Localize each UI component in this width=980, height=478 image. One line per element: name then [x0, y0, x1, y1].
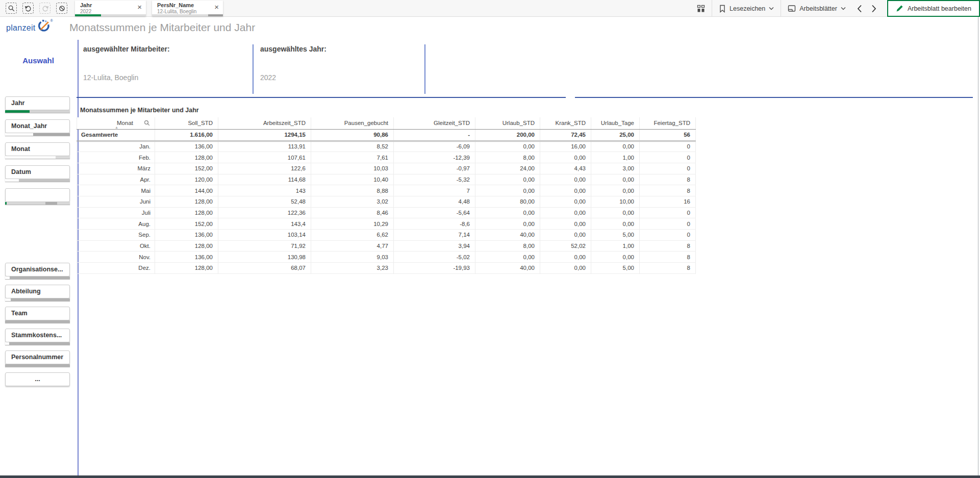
- selection-field-name: PersNr_Name: [157, 2, 209, 9]
- column-header-pausen_gebucht[interactable]: Pausen_gebucht: [311, 117, 394, 129]
- month-cell[interactable]: Mai: [77, 185, 155, 196]
- value-cell: 114,68: [218, 174, 311, 185]
- selection-chip[interactable]: Jahr 2022 ×: [75, 1, 146, 16]
- clear-all-selections-icon[interactable]: [56, 3, 67, 14]
- column-search-icon[interactable]: [144, 120, 150, 126]
- value-cell: 120,00: [155, 174, 218, 185]
- filter-label: Team: [11, 310, 28, 317]
- table-row: Dez.128,0068,073,23-19,9340,000,005,008: [77, 263, 696, 274]
- kpi-value: 12-Lulita, Boeglin: [83, 73, 170, 82]
- planzeit-logo[interactable]: planzeit ®: [6, 21, 53, 35]
- filter-label: Jahr: [11, 99, 24, 107]
- month-cell[interactable]: Dez.: [77, 263, 155, 274]
- value-cell: 128,00: [155, 263, 218, 274]
- column-header-arbeitszeit_std[interactable]: Arbeitszeit_STD: [218, 117, 311, 129]
- month-cell[interactable]: Okt.: [77, 240, 155, 251]
- value-cell: 4,43: [540, 163, 591, 174]
- value-cell: 7,61: [311, 152, 394, 163]
- next-sheet-button[interactable]: [867, 0, 881, 17]
- value-cell: 0,00: [540, 251, 591, 263]
- filter-listbox[interactable]: Monat: [0, 142, 75, 159]
- value-cell: 0: [640, 141, 696, 152]
- month-cell[interactable]: Juli: [77, 207, 155, 218]
- month-cell[interactable]: Juni: [77, 196, 155, 207]
- filter-label: Monat_Jahr: [11, 122, 47, 130]
- value-cell: 8,46: [311, 207, 394, 218]
- value-cell: 52,48: [218, 196, 311, 207]
- kpi-separator: [253, 44, 254, 94]
- month-cell[interactable]: Sep.: [77, 230, 155, 241]
- month-cell[interactable]: Apr.: [77, 174, 155, 185]
- app-objects-grid-button[interactable]: [690, 0, 712, 17]
- filter-state-bar: [5, 202, 70, 205]
- planzeit-logo-text: planzeit: [6, 21, 36, 35]
- month-cell[interactable]: Aug.: [77, 218, 155, 230]
- planzeit-logo-icon: [37, 19, 51, 33]
- value-cell: 0,00: [540, 218, 591, 230]
- search-selections-icon[interactable]: [6, 3, 17, 14]
- table-row: Juni128,0052,483,024,4880,000,0010,0016: [77, 196, 696, 207]
- value-cell: 0,00: [475, 251, 540, 263]
- selection-chip[interactable]: PersNr_Name 12-Lulita, Boeglin ×: [152, 1, 223, 16]
- value-cell: 8,88: [311, 185, 394, 196]
- value-cell: 24,00: [475, 163, 540, 174]
- table-row: Feb.128,00107,617,61-12,398,000,001,000: [77, 152, 696, 163]
- value-cell: -5,02: [394, 251, 475, 263]
- filter-label: Monat: [11, 145, 30, 153]
- step-forward-icon[interactable]: [39, 3, 51, 14]
- value-cell: 10,40: [311, 174, 394, 185]
- column-header-gleitzeit_std[interactable]: Gleitzeit_STD: [394, 117, 475, 129]
- filter-listbox[interactable]: [0, 188, 75, 205]
- kpi-selected-employee: ausgewählter Mitarbeiter: 12-Lulita, Boe…: [83, 45, 170, 82]
- filter-listbox[interactable]: Jahr: [0, 96, 75, 113]
- value-cell: 3,94: [394, 240, 475, 251]
- sheets-label: Arbeitsblätter: [799, 5, 837, 12]
- selections-toolbar: Jahr 2022 × PersNr_Name 12-Lulita, Boegl…: [0, 0, 980, 17]
- value-cell: 71,92: [218, 240, 311, 251]
- filter-listbox[interactable]: Personalnummer: [0, 350, 75, 367]
- previous-sheet-button[interactable]: [852, 0, 867, 17]
- column-header-feiertag_std[interactable]: Feiertag_STD: [640, 117, 696, 129]
- month-cell[interactable]: Jan.: [77, 141, 155, 152]
- value-cell: 8,00: [475, 152, 540, 163]
- filter-listbox[interactable]: Stammkostens...: [0, 329, 75, 345]
- edit-sheet-label: Arbeitsblatt bearbeiten: [908, 5, 971, 12]
- month-cell[interactable]: Nov.: [77, 251, 155, 263]
- bottom-scrollbar[interactable]: [0, 475, 980, 478]
- value-cell: -6,09: [394, 141, 475, 152]
- value-cell: 0: [640, 152, 696, 163]
- filter-state-bar: [5, 110, 70, 113]
- edit-sheet-button[interactable]: Arbeitsblatt bearbeiten: [887, 0, 980, 17]
- filter-listbox[interactable]: Organisationse...: [0, 263, 75, 279]
- filter-listbox[interactable]: ...: [0, 372, 75, 386]
- value-cell: 128,00: [155, 240, 218, 251]
- month-cell[interactable]: März: [77, 163, 155, 174]
- filter-listbox[interactable]: Monat_Jahr: [0, 119, 75, 136]
- filter-state-bar: [5, 298, 70, 301]
- remove-selection-icon[interactable]: ×: [214, 3, 219, 11]
- value-cell: 10,00: [591, 196, 640, 207]
- column-header-urlaub_std[interactable]: Urlaub_STD: [475, 117, 540, 129]
- filter-label: Personalnummer: [11, 354, 63, 361]
- remove-selection-icon[interactable]: ×: [137, 3, 142, 11]
- value-cell: -8,6: [394, 218, 475, 230]
- column-header-urlaub_tage[interactable]: Urlaub_Tage: [591, 117, 640, 129]
- kpi-label: ausgewählter Mitarbeiter:: [83, 45, 170, 53]
- column-header-monat[interactable]: Monat▲: [77, 117, 155, 129]
- filter-state-bar: [5, 364, 70, 367]
- value-cell: 0,00: [475, 174, 540, 185]
- value-cell: 122,6: [218, 163, 311, 174]
- value-cell: -19,93: [394, 263, 475, 274]
- value-cell: 0,00: [591, 185, 640, 196]
- filter-listbox[interactable]: Team: [0, 307, 75, 323]
- table-row: März152,00122,610,03-0,9724,004,433,000: [77, 163, 696, 174]
- column-header-soll_std[interactable]: Soll_STD: [155, 117, 218, 129]
- filter-listbox[interactable]: Datum: [0, 165, 75, 182]
- value-cell: 0,00: [540, 207, 591, 218]
- bookmarks-button[interactable]: Lesezeichen: [712, 0, 781, 17]
- step-back-icon[interactable]: [22, 3, 34, 14]
- column-header-krank_std[interactable]: Krank_STD: [540, 117, 591, 129]
- month-cell[interactable]: Feb.: [77, 152, 155, 163]
- sheets-button[interactable]: Arbeitsblätter: [781, 0, 852, 17]
- filter-listbox[interactable]: Abteilung: [0, 285, 75, 301]
